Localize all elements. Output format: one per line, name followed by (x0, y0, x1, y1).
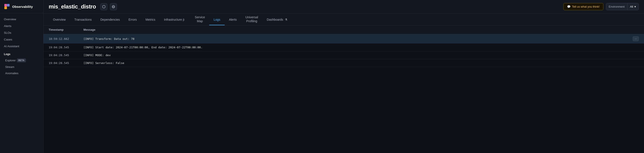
table-header: Timestamp Message (44, 26, 644, 34)
main-content: mis_elastic_distro 💬 Tell us what you th… (44, 0, 644, 153)
chat-icon: 💬 (567, 5, 570, 8)
universal-profiling-line2: Profiling (246, 19, 257, 25)
top-header: mis_elastic_distro 💬 Tell us what you th… (44, 0, 644, 14)
flask-icon: ⚗ (285, 18, 288, 21)
chevron-down-icon: ▾ (634, 5, 636, 8)
feedback-button-label: Tell us what you think! (572, 5, 600, 8)
observability-logo-icon (4, 4, 10, 10)
col-timestamp: Timestamp (49, 28, 84, 31)
log-message: [INFO] Serverless: False (84, 61, 639, 65)
sidebar-item-overview[interactable]: Overview (0, 16, 43, 23)
col-message: Message (84, 28, 639, 31)
sidebar-section-logs: Logs (0, 50, 43, 57)
tab-transactions[interactable]: Transactions (70, 14, 96, 25)
svg-rect-1 (7, 4, 10, 7)
svg-rect-0 (4, 4, 7, 7)
log-message: [INFO] Start date: 2024-07-21T00:00:00, … (84, 46, 639, 49)
explorer-beta-badge: BETA (17, 59, 26, 62)
hexagon-icon-btn[interactable] (100, 3, 107, 10)
feedback-button[interactable]: 💬 Tell us what you think! (564, 3, 603, 10)
nav-tabs: Overview Transactions Dependencies Error… (44, 14, 644, 26)
log-message: [INFO] MODE: dev (84, 54, 639, 57)
hexagon-icon (102, 5, 106, 9)
sidebar-item-anomalies[interactable]: Anomalies (0, 70, 43, 76)
sidebar-logo-label: Observability (12, 5, 33, 9)
tab-dependencies[interactable]: Dependencies (96, 14, 124, 25)
sidebar-nav: Overview Alerts SLOs Cases AI Assistant … (0, 13, 43, 153)
environment-selector[interactable]: Environment All ▾ (606, 3, 639, 10)
sidebar-item-cases[interactable]: Cases (0, 36, 43, 43)
stream-label: Stream (5, 65, 14, 69)
log-timestamp: 18:59:12.662 (49, 37, 84, 41)
sidebar: Observability Overview Alerts SLOs Cases… (0, 0, 44, 153)
sidebar-item-ai-assistant[interactable]: AI Assistant (0, 43, 43, 50)
service-title: mis_elastic_distro (49, 3, 96, 10)
sidebar-logo: Observability (0, 0, 43, 13)
tab-logs[interactable]: Logs (209, 14, 224, 25)
globe-icon-btn[interactable] (110, 3, 117, 10)
env-label: Environment (606, 3, 628, 10)
tab-infrastructure[interactable]: Infrastructure β (160, 14, 190, 25)
table-row[interactable]: 18:59:12.662 [INFO] Transform: Data out:… (44, 34, 644, 44)
tab-dashboards[interactable]: Dashboards ⚗ (262, 14, 294, 25)
sidebar-item-stream[interactable]: Stream (0, 64, 43, 70)
tab-metrics[interactable]: Metrics (141, 14, 160, 25)
infrastructure-beta-badge: β (183, 18, 184, 21)
table-row[interactable]: 19:04:28.545 [INFO] Serverless: False (44, 59, 644, 67)
log-timestamp: 19:04:28.545 (49, 61, 84, 65)
tab-errors[interactable]: Errors (124, 14, 141, 25)
explorer-label: Explorer (5, 59, 16, 62)
sidebar-item-alerts[interactable]: Alerts (0, 23, 43, 29)
log-timestamp: 19:04:28.545 (49, 46, 84, 49)
service-map-line1: Service (195, 15, 205, 19)
log-row-actions[interactable]: ··· (633, 36, 639, 41)
log-message: [INFO] Transform: Data out: 78 (84, 37, 633, 41)
svg-rect-2 (4, 7, 7, 9)
log-action-menu-btn[interactable]: ··· (633, 36, 639, 41)
anomalies-label: Anomalies (5, 72, 18, 75)
table-row[interactable]: 19:04:28.545 [INFO] Start date: 2024-07-… (44, 44, 644, 51)
tab-alerts[interactable]: Alerts (225, 14, 241, 25)
tab-universal-profiling[interactable]: Universal Profiling (241, 14, 262, 25)
tab-overview[interactable]: Overview (49, 14, 70, 25)
universal-profiling-line1: Universal (245, 15, 258, 19)
dashboards-label: Dashboards (267, 18, 283, 21)
env-select[interactable]: All ▾ (628, 3, 638, 10)
svg-marker-3 (102, 5, 105, 8)
table-row[interactable]: 19:04:28.545 [INFO] MODE: dev (44, 51, 644, 59)
service-map-line2: Map (197, 19, 203, 25)
globe-icon (112, 5, 115, 9)
sidebar-item-slos[interactable]: SLOs (0, 29, 43, 36)
tab-service-map[interactable]: Service Map (190, 14, 210, 25)
infrastructure-label: Infrastructure (164, 18, 182, 21)
env-value: All (630, 5, 633, 8)
sidebar-item-explorer[interactable]: Explorer BETA (0, 57, 43, 64)
log-timestamp: 19:04:28.545 (49, 54, 84, 57)
logs-table: Timestamp Message 18:59:12.662 [INFO] Tr… (44, 26, 644, 153)
